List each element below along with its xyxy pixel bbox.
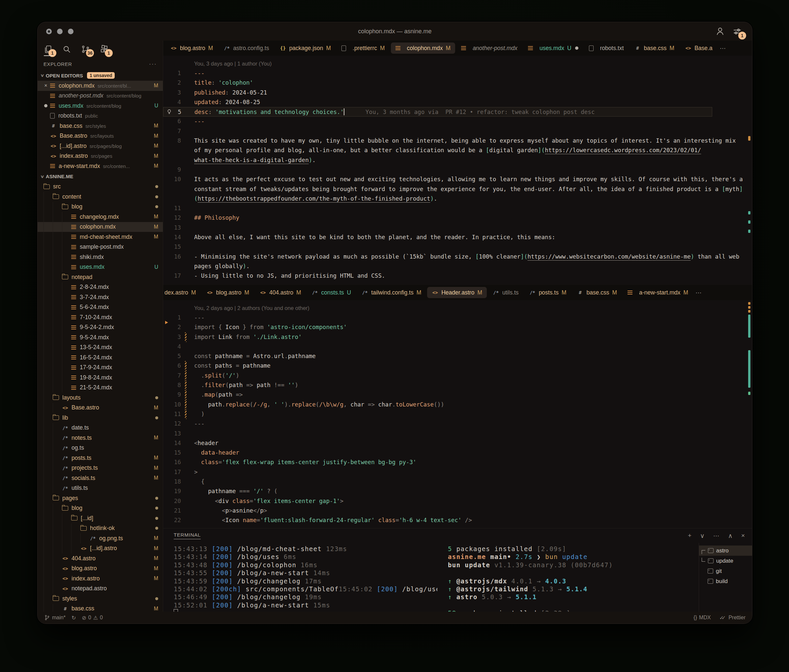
tab-colophon.mdx[interactable]: colophon.mdxM bbox=[391, 43, 455, 54]
code-line-1[interactable]: 1--- bbox=[163, 68, 752, 78]
traffic-lights[interactable] bbox=[46, 29, 73, 34]
tab-Header.astro[interactable]: <>Header.astroM bbox=[427, 287, 487, 298]
code-line-15[interactable]: 15 data-header bbox=[163, 448, 752, 457]
tree-item-uses.mdx[interactable]: uses.mdxU bbox=[38, 262, 163, 272]
tree-item-notepad[interactable]: notepad bbox=[38, 272, 163, 282]
code-line-11[interactable]: 11 bbox=[163, 204, 752, 213]
tab-overflow-icon[interactable]: ⋯ bbox=[720, 45, 727, 52]
tree-item-13-5-24.mdx[interactable]: 13-5-24.mdx bbox=[38, 342, 163, 353]
tree-item-blog.astro[interactable]: <>blog.astroM bbox=[38, 564, 163, 574]
code-line-7[interactable]: 7 .split('/') bbox=[163, 371, 752, 381]
tree-item-socials.ts[interactable]: /*socials.tsM bbox=[38, 473, 163, 483]
code-line-17[interactable]: 17> bbox=[163, 467, 752, 477]
tab-package.json[interactable]: {}package.jsonM bbox=[275, 43, 335, 54]
tree-item-404.astro[interactable]: <>404.astroM bbox=[38, 553, 163, 564]
code-line-wrap[interactable]: pages globally). bbox=[163, 261, 752, 271]
tree-item-3-7-24.mdx[interactable]: 3-7-24.mdx bbox=[38, 292, 163, 303]
tree-item-notes.ts[interactable]: /*notes.tsM bbox=[38, 433, 163, 443]
code-line-wrap[interactable]: what-the-heck-is-a-digital-garden). bbox=[163, 156, 752, 165]
code-line-5[interactable]: 5const pathname = Astro.url.pathname bbox=[163, 352, 752, 361]
problems-indicator[interactable]: ⊘ 0 ⚠ 0 bbox=[82, 615, 103, 621]
tab-dex.astro[interactable]: dex.astroM bbox=[163, 287, 201, 298]
explorer-more-icon[interactable]: ··· bbox=[149, 61, 157, 67]
code-line-6[interactable]: 6const paths = pathname bbox=[163, 361, 752, 371]
code-line-9[interactable]: 9 .map(path => bbox=[163, 390, 752, 400]
close-panel-icon[interactable]: × bbox=[741, 532, 745, 539]
tree-item-9-5-24.mdx[interactable]: 9-5-24.mdx bbox=[38, 332, 163, 342]
launch-profile-icon[interactable]: ∨ bbox=[700, 532, 704, 540]
tab-uses.mdx[interactable]: uses.mdxU bbox=[523, 43, 583, 54]
tab-a-new-start.mdx[interactable]: a-new-start.mdxM bbox=[623, 287, 693, 298]
tab-404.astro[interactable]: <>404.astroM bbox=[255, 287, 306, 298]
more-actions-icon[interactable]: ⋯ bbox=[713, 532, 719, 540]
open-editor-robots.txt[interactable]: robots.txtpublic bbox=[38, 111, 163, 121]
tree-item-Base.astro[interactable]: <>Base.astroM bbox=[38, 403, 163, 413]
code-line-5[interactable]: 5desc: 'motivations and technology choic… bbox=[163, 107, 712, 116]
code-line-2[interactable]: 2import { Icon } from 'astro-icon/compon… bbox=[163, 323, 752, 332]
tree-item-content[interactable]: content bbox=[38, 192, 163, 202]
tree-item-src[interactable]: src bbox=[38, 182, 163, 192]
tree-item-colophon.mdx[interactable]: colophon.mdxM bbox=[38, 222, 163, 232]
lightbulb-icon[interactable] bbox=[166, 109, 172, 115]
tree-item-posts.ts[interactable]: /*posts.tsM bbox=[38, 453, 163, 463]
open-editor-colophon.mdx[interactable]: ×colophon.mdxsrc/content/bl...M bbox=[38, 81, 163, 91]
tree-item-sample-post.mdx[interactable]: sample-post.mdx bbox=[38, 242, 163, 252]
code-line-8[interactable]: 8This site was created to have my own, t… bbox=[163, 136, 752, 146]
tab-blog.astro[interactable]: <>blog.astroM bbox=[166, 43, 217, 54]
code-line-10[interactable]: 10 path.replace(/-/g, ' ').replace(/\b\w… bbox=[163, 400, 752, 409]
code-line-14[interactable]: 14Above all else, I want this site to be… bbox=[163, 232, 752, 242]
terminal-instance-update[interactable]: update bbox=[699, 556, 752, 566]
tree-item-date.ts[interactable]: /*date.ts bbox=[38, 423, 163, 433]
code-line-3[interactable]: 3import Link from './Link.astro' bbox=[163, 332, 752, 342]
code-line-10[interactable]: 10It acts as the perfect excuse to test … bbox=[163, 175, 752, 184]
tree-item-og.ts[interactable]: /*og.ts bbox=[38, 443, 163, 453]
code-line-15[interactable]: 15 bbox=[163, 242, 752, 252]
code-line-21[interactable]: 21 <p>asnine</p> bbox=[163, 506, 752, 516]
open-editors-header[interactable]: ∨ OPEN EDITORS 1 unsaved bbox=[38, 70, 163, 81]
tree-item-hotlink-ok[interactable]: hotlink-ok bbox=[38, 524, 163, 533]
tree-item-layouts[interactable]: layouts bbox=[38, 393, 163, 403]
code-line-12[interactable]: 12--- bbox=[163, 419, 752, 428]
editor-colophon[interactable]: You, 3 days ago | 1 author (You)1---2tit… bbox=[163, 56, 752, 285]
code-line-4[interactable]: 4updated: 2024-08-25 bbox=[163, 97, 752, 107]
terminal-pane-update[interactable]: 5 packages installed [2.09s]asnine.me ma… bbox=[438, 543, 699, 612]
code-line-7[interactable]: 7 bbox=[163, 126, 752, 136]
search-icon[interactable] bbox=[62, 45, 71, 54]
close-icon[interactable]: × bbox=[42, 83, 50, 89]
new-terminal-icon[interactable]: + bbox=[688, 532, 692, 539]
tree-item-index.astro[interactable]: <>index.astroM bbox=[38, 573, 163, 584]
tab-utils.ts[interactable]: /*utils.ts bbox=[488, 287, 523, 298]
code-line-17[interactable]: 17- Using little to no JS, and prioritis… bbox=[163, 271, 752, 281]
tab-base.css[interactable]: #base.cssM bbox=[572, 287, 622, 298]
open-editor-uses.mdx[interactable]: uses.mdxsrc/content/blogU bbox=[38, 101, 163, 111]
open-editor-index.astro[interactable]: <>index.astrosrc/pagesM bbox=[38, 151, 163, 161]
tab-consts.ts[interactable]: /*consts.tsU bbox=[307, 287, 356, 298]
tree-item-og.png.ts[interactable]: /*og.png.tsM bbox=[38, 533, 163, 543]
tree-item-pages[interactable]: pages bbox=[38, 493, 163, 503]
tree-item-7-10-24.mdx[interactable]: 7-10-24.mdx bbox=[38, 312, 163, 323]
tab-posts.ts[interactable]: /*posts.tsM bbox=[525, 287, 571, 298]
tree-item-16-5-24.mdx[interactable]: 16-5-24.mdx bbox=[38, 352, 163, 363]
code-line-11[interactable]: 11 ) bbox=[163, 409, 752, 419]
open-editor-Base.astro[interactable]: <>Base.astrosrc/layoutsM bbox=[38, 131, 163, 141]
code-line-16[interactable]: 16- Minimising the site's network payloa… bbox=[163, 252, 752, 261]
tree-item-5-6-24.mdx[interactable]: 5-6-24.mdx bbox=[38, 303, 163, 313]
tree-item-md-cheat-sheet.mdx[interactable]: md-cheat-sheet.mdxM bbox=[38, 232, 163, 242]
minimize-window-button[interactable] bbox=[57, 29, 62, 34]
code-line-16[interactable]: 16 class='flex flex-wrap items-center ju… bbox=[163, 457, 752, 467]
open-editor-a-new-start.mdx[interactable]: a-new-start.mdxsrc/conten...M bbox=[38, 161, 163, 171]
tree-item-notepad.astro[interactable]: <>notepad.astro bbox=[38, 584, 163, 594]
open-editor-[...id].astro[interactable]: <>[...id].astrosrc/pages/blogM bbox=[38, 141, 163, 151]
terminal-tab[interactable]: TERMINAL bbox=[174, 532, 201, 539]
terminal-instance-git[interactable]: git bbox=[699, 566, 752, 576]
tree-item-9-5-24-2.mdx[interactable]: 9-5-24-2.mdx bbox=[38, 323, 163, 333]
branch-indicator[interactable]: main* bbox=[44, 615, 65, 621]
tree-item-blog[interactable]: blog bbox=[38, 503, 163, 514]
tree-item-changelog.mdx[interactable]: changelog.mdxM bbox=[38, 212, 163, 222]
code-line-14[interactable]: 14<header bbox=[163, 438, 752, 448]
code-line-3[interactable]: 3published: 2024-05-21 bbox=[163, 88, 752, 97]
tree-item-2-8-24.mdx[interactable]: 2-8-24.mdx bbox=[38, 282, 163, 293]
code-line-19[interactable]: 19 pathname === '/' ? ( bbox=[163, 487, 752, 496]
tab-astro.config.ts[interactable]: /*astro.config.ts bbox=[219, 43, 273, 54]
tree-item-styles[interactable]: styles bbox=[38, 594, 163, 604]
